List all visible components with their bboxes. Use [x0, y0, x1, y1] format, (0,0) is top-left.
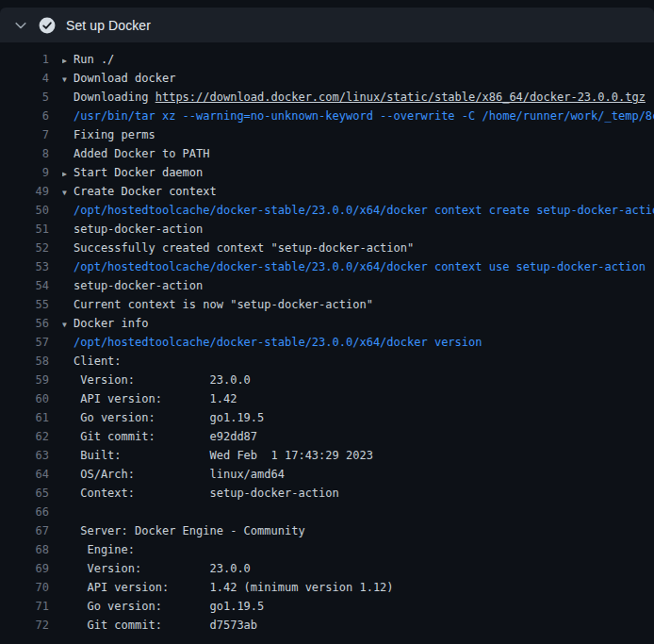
- line-number[interactable]: 59: [0, 371, 49, 389]
- log-text: [62, 503, 654, 521]
- log-line: 51setup-docker-action: [0, 220, 654, 239]
- log-link[interactable]: https://download.docker.com/linux/static…: [155, 91, 646, 104]
- chevron-down-icon[interactable]: [13, 18, 28, 33]
- group-title[interactable]: Docker info: [74, 317, 148, 330]
- line-number[interactable]: 50: [0, 201, 49, 220]
- line-number[interactable]: 58: [0, 352, 49, 371]
- line-number[interactable]: 65: [0, 484, 49, 503]
- log-line: 60 API version: 1.42: [0, 389, 654, 408]
- command-text: /opt/hostedtoolcache/docker-stable/23.0.…: [62, 201, 654, 220]
- log-line: 53/opt/hostedtoolcache/docker-stable/23.…: [0, 257, 654, 276]
- line-number[interactable]: 66: [0, 503, 49, 521]
- log-group-header: ▼Docker info: [62, 314, 654, 333]
- line-number[interactable]: 5: [0, 88, 49, 107]
- log-text-prefix: Downloading: [74, 91, 155, 104]
- line-number[interactable]: 53: [0, 257, 49, 276]
- log-line: 70 API version: 1.42 (minimum version 1.…: [0, 578, 654, 597]
- log-line: 5Downloading https://download.docker.com…: [0, 88, 654, 107]
- log-text: API version: 1.42: [62, 389, 654, 408]
- line-number[interactable]: 9: [0, 163, 49, 182]
- line-number[interactable]: 72: [0, 616, 49, 635]
- log-line: 57/opt/hostedtoolcache/docker-stable/23.…: [0, 333, 654, 352]
- log-line: 61 Go version: go1.19.5: [0, 408, 654, 427]
- log-line: 67 Server: Docker Engine - Community: [0, 521, 654, 540]
- line-number[interactable]: 4: [0, 69, 49, 88]
- line-number[interactable]: 71: [0, 597, 49, 616]
- line-number[interactable]: 61: [0, 408, 49, 427]
- line-number[interactable]: 7: [0, 125, 49, 144]
- log-group-header: ▶Run ./: [62, 50, 654, 69]
- log-container: 1▶Run ./4▼Download docker5Downloading ht…: [0, 42, 654, 635]
- log-text: Current context is now "setup-docker-act…: [62, 295, 654, 314]
- line-number[interactable]: 68: [0, 540, 49, 559]
- line-number[interactable]: 62: [0, 427, 49, 446]
- log-line: 58Client:: [0, 352, 654, 371]
- log-text: Engine:: [62, 540, 654, 559]
- group-arrow-collapsed-icon[interactable]: ▶: [62, 165, 74, 182]
- log-group-header: ▼Create Docker context: [62, 182, 654, 201]
- log-line: 52Successfully created context "setup-do…: [0, 239, 654, 257]
- log-line: 6/usr/bin/tar xz --warning=no-unknown-ke…: [0, 107, 654, 125]
- line-number[interactable]: 49: [0, 182, 49, 201]
- line-number[interactable]: 70: [0, 578, 49, 597]
- line-number[interactable]: 1: [0, 50, 49, 69]
- log-line: 55Current context is now "setup-docker-a…: [0, 295, 654, 314]
- log-text: setup-docker-action: [62, 276, 654, 295]
- line-number[interactable]: 57: [0, 333, 49, 352]
- group-title[interactable]: Run ./: [74, 53, 114, 66]
- line-number[interactable]: 54: [0, 276, 49, 295]
- group-arrow-expanded-icon[interactable]: ▼: [62, 71, 74, 88]
- log-text: Fixing perms: [62, 125, 654, 144]
- log-text: Go version: go1.19.5: [62, 597, 654, 616]
- line-number[interactable]: 52: [0, 239, 49, 257]
- log-text: Git commit: e92dd87: [62, 427, 654, 446]
- line-number[interactable]: 64: [0, 465, 49, 484]
- command-text: /opt/hostedtoolcache/docker-stable/23.0.…: [62, 333, 654, 352]
- log-line: 7Fixing perms: [0, 125, 654, 144]
- group-title[interactable]: Start Docker daemon: [74, 166, 203, 179]
- line-number[interactable]: 51: [0, 220, 49, 239]
- line-number[interactable]: 6: [0, 107, 49, 125]
- line-number[interactable]: 8: [0, 144, 49, 163]
- step-header[interactable]: Set up Docker: [0, 8, 654, 42]
- log-line: 62 Git commit: e92dd87: [0, 427, 654, 446]
- log-text: Added Docker to PATH: [62, 144, 654, 163]
- log-line: 50/opt/hostedtoolcache/docker-stable/23.…: [0, 201, 654, 220]
- log-line: 68 Engine:: [0, 540, 654, 559]
- log-line: 72 Git commit: d7573ab: [0, 616, 654, 635]
- log-text: Context: setup-docker-action: [62, 484, 654, 503]
- group-arrow-collapsed-icon[interactable]: ▶: [62, 52, 74, 69]
- line-number[interactable]: 56: [0, 314, 49, 333]
- log-line: 8Added Docker to PATH: [0, 144, 654, 163]
- log-line: 63 Built: Wed Feb 1 17:43:29 2023: [0, 446, 654, 465]
- check-circle-icon: [39, 17, 56, 34]
- log-line: 71 Go version: go1.19.5: [0, 597, 654, 616]
- log-text: Server: Docker Engine - Community: [62, 521, 654, 540]
- log-text: API version: 1.42 (minimum version 1.12): [62, 578, 654, 597]
- log-line: 69 Version: 23.0.0: [0, 559, 654, 578]
- log-line: 56▼Docker info: [0, 314, 654, 333]
- log-text: Version: 23.0.0: [62, 559, 654, 578]
- log-text: setup-docker-action: [62, 220, 654, 239]
- group-arrow-expanded-icon[interactable]: ▼: [62, 316, 74, 333]
- log-text: Built: Wed Feb 1 17:43:29 2023: [62, 446, 654, 465]
- log-text: Version: 23.0.0: [62, 371, 654, 389]
- step-title: Set up Docker: [66, 18, 151, 33]
- log-line: 49▼Create Docker context: [0, 182, 654, 201]
- group-title[interactable]: Download docker: [74, 72, 175, 85]
- log-line: 64 OS/Arch: linux/amd64: [0, 465, 654, 484]
- group-arrow-expanded-icon[interactable]: ▼: [62, 184, 74, 201]
- log-text: Successfully created context "setup-dock…: [62, 239, 654, 257]
- line-number[interactable]: 60: [0, 389, 49, 408]
- line-number[interactable]: 67: [0, 521, 49, 540]
- log-line: 65 Context: setup-docker-action: [0, 484, 654, 503]
- group-title[interactable]: Create Docker context: [74, 185, 217, 198]
- line-number[interactable]: 63: [0, 446, 49, 465]
- line-number[interactable]: 55: [0, 295, 49, 314]
- line-number[interactable]: 69: [0, 559, 49, 578]
- log-line: 66: [0, 503, 654, 521]
- log-line: 4▼Download docker: [0, 69, 654, 88]
- log-group-header: ▼Download docker: [62, 69, 654, 88]
- log-line: 9▶Start Docker daemon: [0, 163, 654, 182]
- log-text: Git commit: d7573ab: [62, 616, 654, 635]
